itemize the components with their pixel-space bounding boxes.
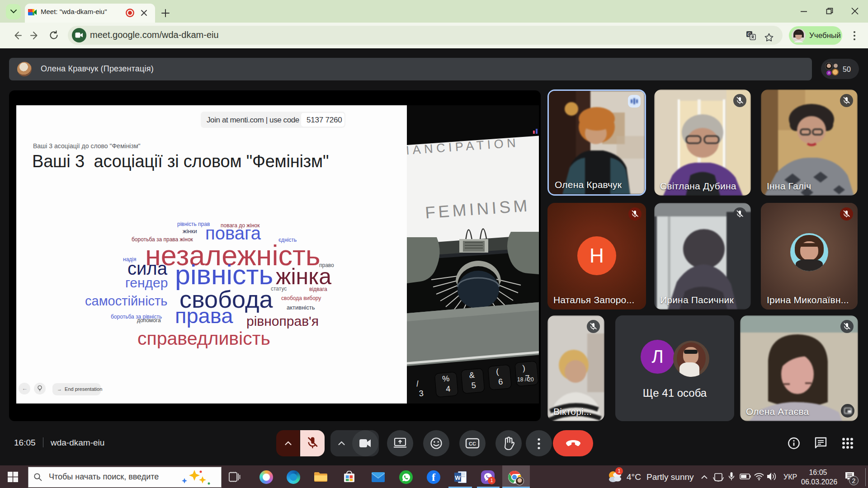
svg-text:CC: CC <box>469 441 476 446</box>
svg-text:3: 3 <box>419 389 424 398</box>
svg-text:%: % <box>442 374 450 383</box>
svg-text:W: W <box>455 474 461 481</box>
svg-text:18 / 20: 18 / 20 <box>517 376 534 383</box>
svg-text:4: 4 <box>445 384 451 394</box>
svg-text:6: 6 <box>498 377 503 387</box>
svg-text:5: 5 <box>471 381 476 390</box>
svg-text:&: & <box>469 371 475 380</box>
